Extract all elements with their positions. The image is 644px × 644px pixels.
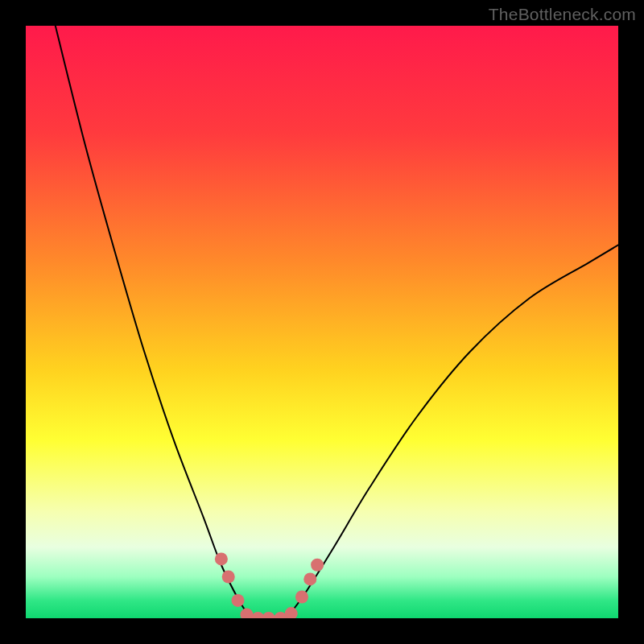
marker-dot [222,570,235,583]
marker-dot [215,552,228,565]
marker-dot [231,594,244,607]
marker-dot [285,607,298,618]
watermark-text: TheBottleneck.com [489,5,636,24]
curve-left-branch [56,26,251,618]
plot-area [26,26,618,618]
curve-layer [26,26,618,618]
marker-dot [311,559,324,572]
marker-dot [295,591,308,604]
marker-dot [241,609,254,618]
bottleneck-chart: TheBottleneck.com [0,0,644,644]
marker-dot [303,572,316,585]
curve-right-branch [287,245,618,618]
marker-dot [262,612,275,618]
